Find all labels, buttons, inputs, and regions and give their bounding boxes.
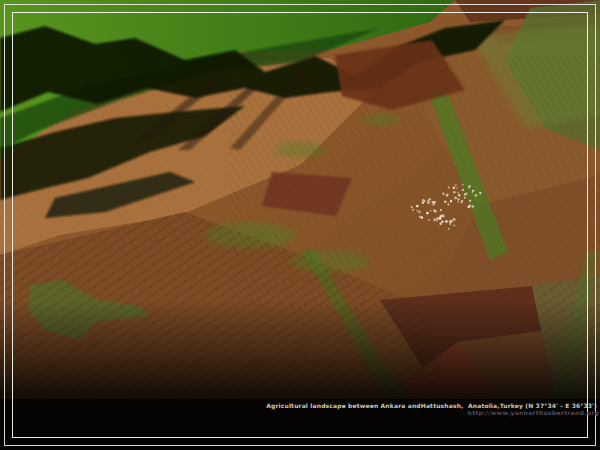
aerial-photo — [0, 0, 600, 450]
bottom-shade — [0, 300, 600, 402]
photo-caption: Agricultural landscape between Ankara an… — [266, 402, 597, 409]
photo-frame: Agricultural landscape between Ankara an… — [0, 0, 600, 450]
photo-credit-url: http://www.yannarthusbertrand.org — [468, 409, 599, 416]
